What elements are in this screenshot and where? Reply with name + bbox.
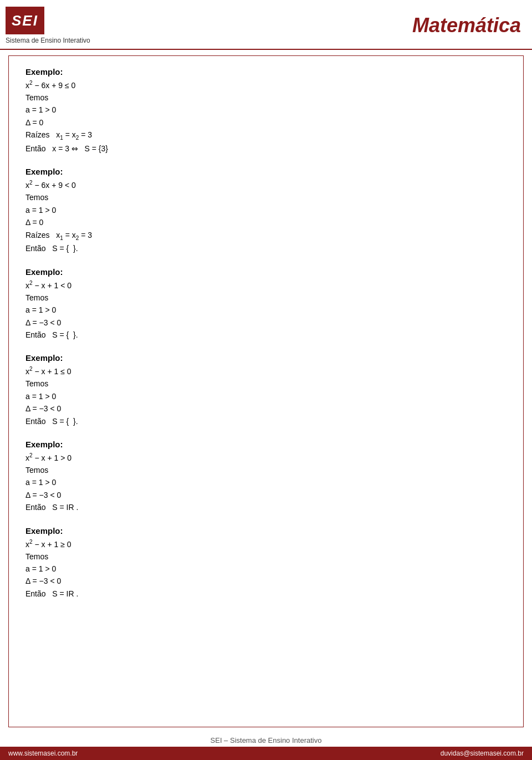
example-5-label: Exemplo: [25,440,507,449]
example-1-entao: Então x = 3 ⇔ S = {3} [25,142,507,155]
example-5-a: a = 1 > 0 [25,476,507,488]
example-1-equation: x2 − 6x + 9 ≤ 0 [25,79,507,91]
example-1: Exemplo: x2 − 6x + 9 ≤ 0 Temos a = 1 > 0… [25,67,507,155]
example-4-equation: x2 − x + 1 ≤ 0 [25,365,507,378]
example-3-temos: Temos [25,292,507,304]
example-4-a: a = 1 > 0 [25,390,507,402]
example-2-delta: Δ = 0 [25,216,507,228]
example-3-delta: Δ = −3 < 0 [25,317,507,329]
example-2-label: Exemplo: [25,167,507,176]
example-5-delta: Δ = −3 < 0 [25,489,507,501]
example-4: Exemplo: x2 − x + 1 ≤ 0 Temos a = 1 > 0 … [25,353,507,427]
example-4-temos: Temos [25,378,507,390]
content-area: Exemplo: x2 − 6x + 9 ≤ 0 Temos a = 1 > 0… [8,55,524,727]
example-4-label: Exemplo: [25,353,507,363]
example-1-label: Exemplo: [25,67,507,76]
page-title: Matemática [412,14,521,37]
example-2-temos: Temos [25,191,507,203]
example-4-delta: Δ = −3 < 0 [25,402,507,415]
logo-box: SEI [6,7,44,34]
example-3-equation: x2 − x + 1 < 0 [25,279,507,292]
footer-left-link[interactable]: www.sistemasei.com.br [8,749,78,757]
example-6-equation: x2 − x + 1 ≥ 0 [25,538,507,550]
footer-center: SEI – Sistema de Ensino Interativo [0,733,532,747]
example-6-temos: Temos [25,550,507,563]
example-2-equation: x2 − 6x + 9 < 0 [25,178,507,191]
example-1-delta: Δ = 0 [25,116,507,129]
example-5: Exemplo: x2 − x + 1 > 0 Temos a = 1 > 0 … [25,440,507,514]
example-6-a: a = 1 > 0 [25,563,507,575]
example-2-a: a = 1 > 0 [25,204,507,216]
example-5-entao: Então S = IR . [25,501,507,513]
header: SEI Sistema de Ensino Interativo Matemát… [0,0,532,50]
example-4-entao: Então S = { }. [25,415,507,427]
footer-bar: www.sistemasei.com.br duvidas@sistemasei… [0,747,532,760]
example-6: Exemplo: x2 − x + 1 ≥ 0 Temos a = 1 > 0 … [25,526,507,600]
example-5-temos: Temos [25,464,507,476]
example-3-a: a = 1 > 0 [25,304,507,316]
footer-center-text: SEI – Sistema de Ensino Interativo [211,736,322,744]
example-1-a: a = 1 > 0 [25,104,507,116]
example-1-temos: Temos [25,91,507,104]
logo-area: SEI Sistema de Ensino Interativo [6,7,90,44]
example-6-entao: Então S = IR . [25,588,507,600]
logo-text: SEI [12,12,38,29]
example-2-raizes: Raízes x1 = x2 = 3 [25,229,507,243]
example-1-raizes: Raízes x1 = x2 = 3 [25,129,507,142]
example-6-label: Exemplo: [25,526,507,535]
example-3: Exemplo: x2 − x + 1 < 0 Temos a = 1 > 0 … [25,267,507,341]
logo-subtitle: Sistema de Ensino Interativo [6,37,90,44]
footer-right-link[interactable]: duvidas@sistemasei.com.br [441,749,524,757]
example-6-delta: Δ = −3 < 0 [25,575,507,587]
page: SEI Sistema de Ensino Interativo Matemát… [0,0,532,760]
example-3-label: Exemplo: [25,267,507,277]
example-2: Exemplo: x2 − 6x + 9 < 0 Temos a = 1 > 0… [25,167,507,254]
example-2-entao: Então S = { }. [25,242,507,254]
example-5-equation: x2 − x + 1 > 0 [25,451,507,464]
example-3-entao: Então S = { }. [25,329,507,341]
